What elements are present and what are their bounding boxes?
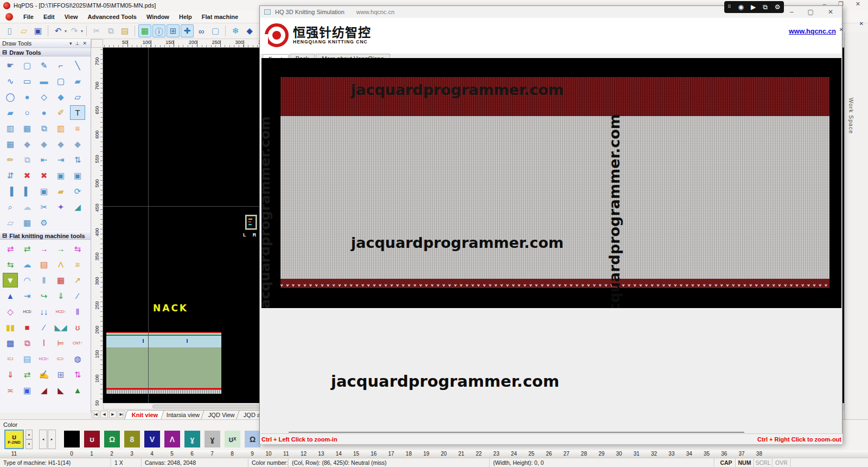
selection-button[interactable]: ▢	[209, 24, 222, 37]
tool-ellipse-filled[interactable]: ●	[20, 89, 35, 104]
tool-swap-squares[interactable]: ⇄	[20, 367, 35, 382]
tool-eraser[interactable]: ◢	[70, 200, 85, 214]
tool-fill-bucket-1[interactable]: ◆	[20, 137, 35, 151]
pattern-preview-block[interactable]	[106, 332, 221, 394]
tool-icj[interactable]: ICJ	[3, 351, 18, 366]
tool-insert-columns[interactable]: ▥	[3, 121, 18, 136]
current-color-swatch[interactable]: ʊ F-2ND	[4, 430, 24, 449]
tool-polygon[interactable]: ○	[20, 105, 35, 120]
color-swatch-6[interactable]: ɣ	[184, 431, 200, 447]
panel-pin-icon[interactable]: ⊥	[74, 41, 81, 46]
color-swatch-4[interactable]: V	[144, 431, 160, 447]
tool-diamond[interactable]: ◇	[36, 89, 52, 104]
tab-last-button[interactable]: ▶|	[118, 411, 125, 418]
tool-delete-row[interactable]: ✖	[20, 168, 35, 183]
tool-transfer-left[interactable]: →	[53, 241, 68, 256]
color-swatch-0[interactable]	[64, 431, 80, 447]
tab-prev-button[interactable]: ◀	[100, 411, 108, 418]
tool-insert-vbars[interactable]: ▥	[53, 121, 68, 136]
section-header-0[interactable]: ⊟Draw Tools	[0, 48, 91, 56]
undo-button[interactable]: ↶	[52, 24, 65, 37]
tool-dashes-orange[interactable]: ≍	[3, 383, 18, 398]
hqcnc-link[interactable]: www.hqcnc.cn	[789, 28, 836, 35]
tool-pencil[interactable]: ✎	[36, 58, 52, 73]
tool-download-green[interactable]: ⇓	[53, 289, 68, 303]
tool-swatch-red[interactable]: ■	[20, 320, 35, 335]
collapse-icon[interactable]: ⊟	[2, 232, 7, 239]
tool-copy-sheets[interactable]: ⧉	[20, 152, 35, 167]
color-spin-down-icon[interactable]: ▼	[25, 439, 33, 449]
tool-hierarchy[interactable]: Λ	[53, 257, 68, 272]
sim-viewport[interactable]: v v v v v v v v v v v v v v v v v v v v …	[261, 58, 841, 308]
tool-swatch-yellow-magenta[interactable]: ▮▮	[3, 320, 18, 335]
glasses-button[interactable]: ∞	[195, 24, 208, 37]
cut-button[interactable]: ✂	[90, 24, 103, 37]
menu-help[interactable]: Help	[174, 12, 197, 22]
tab-knit-view[interactable]: Knit view	[124, 410, 164, 419]
copy-button[interactable]: ⧉	[104, 24, 117, 37]
tool-parallelogram[interactable]: ▱	[70, 89, 85, 104]
tool-transfer-right[interactable]: →	[36, 241, 52, 256]
collapse-icon[interactable]: ⊟	[2, 49, 7, 56]
tool-chain[interactable]: ⧉	[36, 121, 52, 136]
tool-needle-bars[interactable]: ⫴	[36, 273, 52, 287]
tool-transfer-back-front[interactable]: ⇄	[20, 241, 35, 256]
palette-left-button[interactable]: ◂	[39, 430, 47, 449]
video-camera-icon[interactable]: ▶	[751, 1, 756, 13]
panel-dropdown-icon[interactable]: ▾	[68, 41, 74, 46]
tool-eraser-gold[interactable]: ▰	[53, 184, 68, 199]
shield-button[interactable]: ◆	[243, 24, 256, 37]
tool-matrix[interactable]: ▦	[20, 215, 35, 230]
settings-gear-icon[interactable]: ⚙	[775, 1, 781, 13]
link-close-icon[interactable]: ✕	[839, 27, 844, 33]
tool-film-frames[interactable]: ⊞	[53, 367, 68, 382]
paste-button[interactable]: ▤	[118, 24, 131, 37]
tool-layers[interactable]: ≡	[70, 257, 85, 272]
tool-prism-colors[interactable]: ▤	[20, 351, 35, 366]
tool-screwdriver-2[interactable]: ∕	[36, 320, 52, 335]
tool-fill-bucket-2[interactable]: ◆	[36, 137, 52, 151]
tool-frame-left[interactable]: ▐	[3, 184, 18, 199]
save-file-button[interactable]: ▣	[31, 24, 44, 37]
color-swatch-3[interactable]: 8	[124, 431, 140, 447]
tool-delete-column[interactable]: ✖	[36, 168, 52, 183]
tab-first-button[interactable]: |◀	[92, 411, 99, 418]
tool-rectangle-filled[interactable]: ▬	[36, 74, 52, 88]
grid-toggle-button[interactable]: ▦	[138, 24, 151, 37]
tool-select-hand[interactable]: ☛	[3, 58, 18, 73]
sim-maximize-icon[interactable]: ▢	[808, 8, 814, 16]
tool-color-book[interactable]: ▤	[36, 257, 52, 272]
tool-cnt-up[interactable]: CNT↑	[70, 336, 85, 350]
tool-hcd-up[interactable]: HCD↑	[53, 304, 68, 319]
tool-color-picker[interactable]: ✐	[53, 105, 68, 120]
tool-e-bars[interactable]: ⊨	[53, 336, 68, 350]
tool-marker-pen[interactable]: ✏	[3, 152, 18, 167]
color-swatch-5[interactable]: Λ	[164, 431, 180, 447]
tool-import-red[interactable]: ⇓	[3, 367, 18, 382]
tab-intarsia-view[interactable]: Intarsia view	[159, 410, 207, 419]
tool-triangle-red-2[interactable]: ◣	[53, 383, 68, 398]
tool-color-bars[interactable]: ⫴	[70, 304, 85, 319]
color-spin-up-icon[interactable]: ▲	[25, 430, 33, 439]
menu-advanceed-tools[interactable]: Advanceed Tools	[83, 12, 142, 22]
tool-export-page[interactable]: ⇥	[20, 289, 35, 303]
workspace-tab-label[interactable]: Work Space	[848, 98, 854, 134]
menu-window[interactable]: Window	[142, 12, 174, 22]
tool-pyramid[interactable]: ▲	[3, 289, 18, 303]
color-swatch-1[interactable]: ʊ	[84, 431, 100, 447]
tool-column-updown[interactable]: ⇅	[70, 152, 85, 167]
center-toggle-button[interactable]: ✚	[181, 24, 194, 37]
tool-knit-swap[interactable]: ⇅	[70, 367, 85, 382]
tool-align-rows-left[interactable]: ⇤	[36, 152, 52, 167]
panel-close-icon[interactable]: ✕	[81, 41, 88, 46]
tool-zoom[interactable]: ⌕	[3, 200, 18, 214]
tool-camo-pattern[interactable]: ▩	[3, 336, 18, 350]
tool-tree-green[interactable]: ▲	[70, 383, 85, 398]
tool-diamond-pink[interactable]: ◇	[3, 304, 18, 319]
menu-edit[interactable]: Edit	[39, 12, 60, 22]
tool-m-triangles[interactable]: ◣◢	[53, 320, 68, 335]
tab-jqd-view[interactable]: JQD View	[201, 410, 241, 419]
tool-align-rows-right[interactable]: ⇥	[53, 152, 68, 167]
tool-cloud[interactable]: ☁	[20, 200, 35, 214]
menu-file[interactable]: File	[18, 12, 39, 22]
